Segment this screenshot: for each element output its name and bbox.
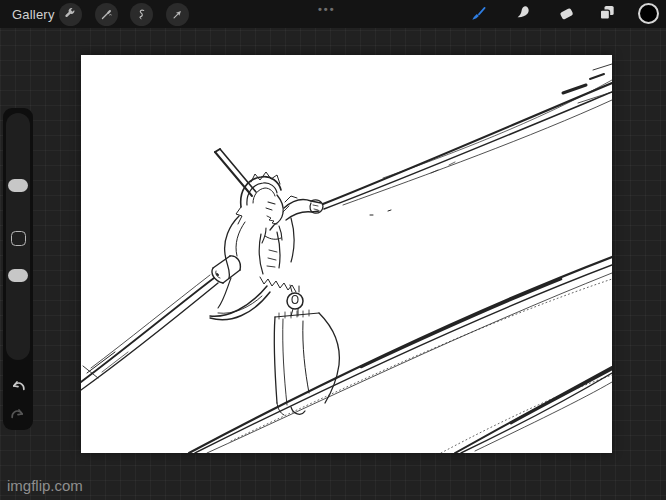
brush-size-slider[interactable] — [8, 179, 28, 192]
eraser-icon — [557, 3, 577, 23]
selection-s-icon — [134, 7, 149, 22]
transform-button[interactable] — [166, 3, 189, 26]
smudge-tool-button[interactable] — [512, 2, 534, 24]
watermark: imgflip.com — [7, 477, 83, 494]
modify-button[interactable] — [11, 231, 26, 246]
layers-icon — [597, 3, 617, 23]
undo-icon — [8, 382, 28, 399]
transform-arrow-icon — [170, 7, 185, 22]
top-toolbar: Gallery — [0, 0, 666, 28]
color-swatch — [638, 3, 659, 24]
undo-button[interactable] — [8, 376, 28, 396]
brush-opacity-slider[interactable] — [8, 269, 28, 282]
paint-tool-button[interactable] — [467, 2, 489, 24]
wrench-icon — [63, 7, 78, 22]
artwork-svg — [81, 55, 612, 453]
redo-icon — [8, 410, 28, 427]
redo-button[interactable] — [8, 404, 28, 424]
layers-button[interactable] — [596, 2, 618, 24]
selection-button[interactable] — [130, 3, 153, 26]
eraser-tool-button[interactable] — [556, 2, 578, 24]
brush-icon — [468, 3, 489, 24]
slider-housing — [6, 113, 30, 360]
gallery-button[interactable]: Gallery — [12, 7, 55, 22]
sidebar — [3, 108, 33, 430]
adjustments-button[interactable] — [95, 3, 118, 26]
drawing-canvas[interactable] — [81, 55, 612, 453]
magic-wand-icon — [99, 7, 114, 22]
actions-button[interactable] — [59, 3, 82, 26]
color-picker-button[interactable] — [637, 2, 659, 24]
smudge-icon — [513, 3, 533, 23]
canvas-options-button[interactable]: ••• — [318, 3, 336, 15]
